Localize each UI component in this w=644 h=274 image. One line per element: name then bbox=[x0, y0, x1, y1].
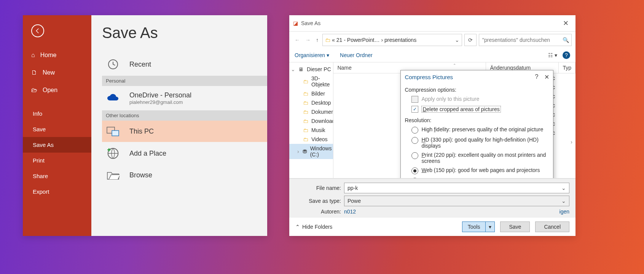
location-thispc[interactable]: This PC bbox=[102, 121, 267, 142]
thispc-icon bbox=[105, 126, 121, 137]
sidebar-item-save[interactable]: Save bbox=[23, 121, 91, 137]
new-folder-button[interactable]: Neuer Ordner bbox=[340, 52, 373, 58]
tree-documents[interactable]: 🗀Dokumente bbox=[289, 107, 333, 116]
tools-dropdown[interactable]: Tools▾ bbox=[462, 221, 495, 232]
backstage-sidebar: ⌂Home 🗋New 🗁Open Info Save Save As Print… bbox=[23, 15, 91, 236]
chevron-down-icon[interactable]: ⌄ bbox=[455, 37, 459, 43]
tree-3d-label: 3D-Objekte bbox=[311, 75, 332, 88]
chevron-down-icon[interactable]: ⌄ bbox=[561, 198, 566, 204]
location-thispc-label: This PC bbox=[129, 127, 154, 135]
save-type-field[interactable]: Powe⌄ bbox=[344, 196, 569, 206]
tree-desktop-label: Desktop bbox=[311, 100, 331, 106]
sidebar-label-saveas: Save As bbox=[33, 142, 54, 148]
tree-cdrive-label: Windows (C:) bbox=[310, 145, 332, 158]
dialog-help-icon[interactable]: ? bbox=[535, 73, 539, 81]
location-recent[interactable]: Recent bbox=[102, 53, 267, 76]
file-name-field[interactable]: pp-k⌄ bbox=[344, 183, 569, 193]
folder-icon: 🗀 bbox=[303, 136, 308, 142]
search-box[interactable]: 🔍 bbox=[479, 34, 572, 46]
addplace-icon bbox=[105, 147, 121, 159]
sidebar-item-open[interactable]: 🗁Open bbox=[23, 81, 91, 99]
radio-high-fidelity[interactable]: High fidelity: preserves quality of the … bbox=[401, 125, 553, 135]
recent-icon bbox=[105, 58, 121, 70]
chevron-right-icon: › bbox=[381, 37, 383, 43]
folder-icon: 🗀 bbox=[303, 127, 308, 133]
tree-3d[interactable]: 🗀3D-Objekte bbox=[289, 74, 333, 89]
radio-icon bbox=[411, 137, 418, 144]
radio-print[interactable]: Print (220 ppi): excellent quality on mo… bbox=[401, 150, 553, 166]
sidebar-item-new[interactable]: 🗋New bbox=[23, 64, 91, 81]
checkbox-icon: ✓ bbox=[411, 106, 418, 113]
location-recent-label: Recent bbox=[129, 61, 151, 68]
refresh-button[interactable]: ⟳ bbox=[464, 34, 477, 46]
breadcrumb-b[interactable]: presentations bbox=[384, 37, 416, 43]
folder-tree: ⌄🖥Dieser PC 🗀3D-Objekte 🗀Bilder 🗀Desktop… bbox=[289, 62, 333, 178]
checkbox-apply-label: Apply only to this picture bbox=[421, 96, 479, 102]
sidebar-label-open: Open bbox=[43, 87, 57, 94]
radio-email[interactable]: E-mail (96 ppi): minimize document size … bbox=[401, 176, 553, 178]
save-type-value: Powe bbox=[348, 198, 361, 204]
chevron-up-icon[interactable]: ⌃ bbox=[453, 63, 456, 67]
nav-fwd-icon[interactable]: → bbox=[304, 36, 312, 44]
tools-label: Tools bbox=[462, 222, 486, 232]
sidebar-item-saveas[interactable]: Save As bbox=[23, 137, 91, 153]
breadcrumb-a[interactable]: 21 - PowerPoint… bbox=[336, 37, 380, 43]
search-input[interactable] bbox=[481, 37, 563, 43]
chevron-down-icon[interactable]: ⌄ bbox=[561, 185, 566, 191]
hide-folders-button[interactable]: ⌃Hide Folders bbox=[295, 224, 332, 230]
group-personal: Personal bbox=[102, 76, 267, 86]
sidebar-item-info[interactable]: Info bbox=[23, 106, 91, 121]
checkbox-delete-cropped[interactable]: ✓ Delete cropped areas of pictures bbox=[401, 104, 553, 114]
resolution-group: Resolution: bbox=[401, 114, 553, 125]
tree-downloads[interactable]: 🗀Downloads bbox=[289, 116, 333, 126]
nav-up-icon[interactable]: ↑ bbox=[314, 36, 320, 44]
tree-thispc[interactable]: ⌄🖥Dieser PC bbox=[289, 65, 333, 74]
authors-add[interactable]: igen bbox=[560, 209, 569, 215]
hide-folders-label: Hide Folders bbox=[302, 224, 332, 230]
location-addplace[interactable]: Add a Place bbox=[102, 142, 267, 165]
column-type[interactable]: Typ bbox=[559, 62, 575, 73]
chevron-down-icon: ▾ bbox=[485, 222, 494, 232]
location-onedrive[interactable]: OneDrive - Personalpialehner29@gmail.com bbox=[102, 86, 267, 110]
folder-icon: 🗀 bbox=[303, 91, 308, 97]
chevron-down-icon[interactable]: ⌄ bbox=[291, 66, 295, 72]
pc-icon: 🖥 bbox=[298, 66, 304, 72]
chevron-right-icon[interactable]: › bbox=[297, 148, 300, 155]
open-icon: 🗁 bbox=[31, 87, 37, 94]
radio-icon bbox=[411, 127, 418, 134]
saveas-close-icon[interactable]: ✕ bbox=[560, 18, 572, 28]
backstage-main: Save As Recent Personal OneDrive - Perso… bbox=[91, 15, 267, 236]
sidebar-item-export[interactable]: Export bbox=[23, 184, 91, 199]
view-mode-button[interactable]: ☷ ▾ bbox=[548, 52, 557, 58]
tree-pictures[interactable]: 🗀Bilder bbox=[289, 89, 333, 98]
compress-pictures-dialog: Compress Pictures ? ✕ Compression option… bbox=[400, 70, 553, 178]
tree-cdrive[interactable]: ›⛃Windows (C:) bbox=[289, 144, 333, 159]
compress-titlebar: Compress Pictures ? ✕ bbox=[401, 70, 553, 84]
tree-videos[interactable]: 🗀Videos bbox=[289, 135, 333, 144]
svg-rect-2 bbox=[112, 131, 119, 136]
saveas-title: Save As bbox=[301, 20, 320, 26]
file-name-label: File name: bbox=[295, 185, 341, 191]
location-browse[interactable]: Browse bbox=[102, 165, 267, 185]
drive-icon: ⛃ bbox=[303, 148, 307, 155]
organize-menu[interactable]: Organisieren ▾ bbox=[295, 52, 329, 58]
breadcrumb[interactable]: 🗀 « 21 - PowerPoint… › presentations ⌄ bbox=[322, 34, 462, 46]
save-button[interactable]: Save bbox=[500, 221, 530, 232]
search-icon[interactable]: 🔍 bbox=[563, 37, 569, 43]
group-other-locations: Other locations bbox=[102, 110, 267, 121]
sidebar-label-export: Export bbox=[33, 188, 49, 195]
sidebar-item-share[interactable]: Share bbox=[23, 168, 91, 184]
tree-music[interactable]: 🗀Musik bbox=[289, 126, 333, 135]
dialog-close-icon[interactable]: ✕ bbox=[544, 73, 549, 81]
nav-back-icon[interactable]: ← bbox=[293, 36, 301, 44]
radio-hd[interactable]: HD (330 ppi): good quality for high-defi… bbox=[401, 135, 553, 150]
sidebar-item-home[interactable]: ⌂Home bbox=[23, 46, 91, 64]
sidebar-item-print[interactable]: Print bbox=[23, 153, 91, 168]
tree-desktop[interactable]: 🗀Desktop bbox=[289, 98, 333, 107]
back-button[interactable] bbox=[23, 15, 91, 46]
radio-web[interactable]: Web (150 ppi): good for web pages and pr… bbox=[401, 166, 553, 176]
help-icon[interactable]: ? bbox=[563, 51, 570, 59]
chevron-up-icon: ⌃ bbox=[295, 224, 300, 230]
authors-value[interactable]: n012 bbox=[344, 209, 356, 215]
cancel-button[interactable]: Cancel bbox=[535, 221, 569, 232]
